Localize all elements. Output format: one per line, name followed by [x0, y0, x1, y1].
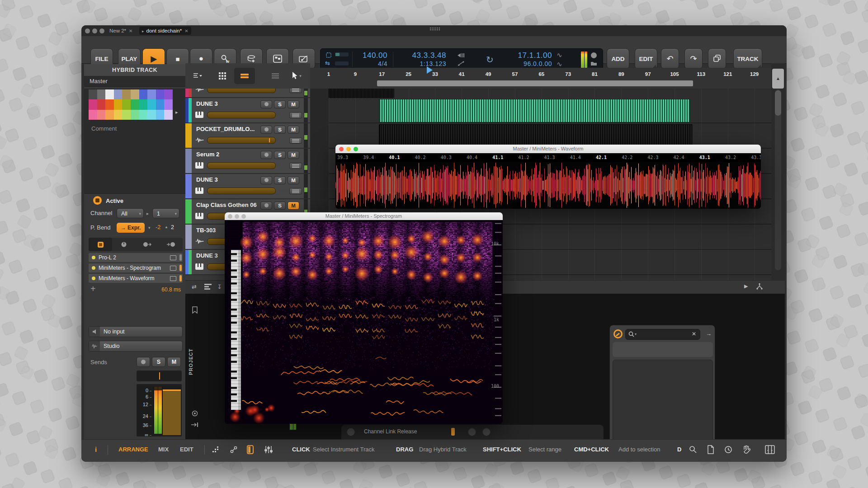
color-swatch[interactable] — [147, 89, 156, 99]
record-arm-button[interactable] — [260, 202, 272, 210]
mute-button[interactable]: M — [167, 357, 181, 367]
device-enabled-icon[interactable] — [92, 266, 95, 270]
track-level-bar[interactable] — [207, 162, 276, 169]
tab-new2[interactable]: New 2*✕ — [107, 27, 135, 35]
color-swatch[interactable] — [122, 99, 131, 109]
duplicate-button[interactable] — [708, 48, 726, 69]
fade-icon[interactable]: ∿ — [557, 60, 562, 68]
browser-forward-icon[interactable]: → — [706, 330, 712, 337]
solo-button[interactable]: S — [274, 176, 286, 184]
color-swatch[interactable] — [122, 89, 131, 99]
track-row[interactable]: Serum 2SM — [185, 149, 310, 174]
solo-button[interactable]: S — [274, 202, 286, 210]
audio-input-select[interactable]: No input — [89, 326, 183, 337]
solo-button[interactable]: S — [274, 126, 286, 134]
tab-knob[interactable] — [112, 238, 136, 251]
color-swatch[interactable] — [156, 110, 165, 120]
loop-icon[interactable]: ↻ — [486, 54, 494, 65]
clear-search-icon[interactable]: ✕ — [692, 331, 696, 337]
track-row[interactable]: DUNE 3SM — [185, 174, 310, 199]
song-position[interactable]: 43.3.3.48 — [393, 51, 446, 60]
track-list-menu-icon[interactable] — [189, 68, 207, 84]
minimeters-waveform-window[interactable]: Master / MiniMeters - Waveform 39.339.44… — [335, 145, 761, 209]
color-swatch[interactable] — [156, 89, 165, 99]
loop-start-display[interactable]: 17.1.1.00 — [500, 51, 552, 60]
punch-in-icon[interactable] — [456, 52, 466, 58]
time-signature[interactable]: 4/4 — [342, 60, 387, 67]
track-level-bar[interactable] — [207, 188, 276, 194]
knob-icon[interactable] — [482, 428, 491, 436]
pitchbend-mode-button[interactable]: → Expr. — [117, 223, 145, 233]
chevron-down-icon[interactable]: ▾ — [148, 225, 151, 230]
stepper-icon[interactable]: ▲ — [165, 225, 168, 229]
undo-button[interactable]: ↶ — [661, 48, 679, 69]
browser-filter-row[interactable] — [613, 342, 713, 357]
search-icon[interactable] — [689, 446, 697, 454]
mode-mix[interactable]: MIX — [158, 440, 169, 460]
record-arm-button[interactable] — [260, 151, 272, 159]
mute-button[interactable]: M — [288, 126, 299, 134]
scale-dots-icon[interactable] — [212, 446, 220, 453]
track-level-bar[interactable] — [207, 89, 276, 93]
info-icon[interactable]: i — [95, 440, 97, 460]
minimeters-spectrogram-window[interactable]: Master / MiniMeters - Spectrogram 10k 1k… — [225, 212, 503, 424]
comment-box[interactable]: Comment — [84, 121, 185, 194]
add-device-button[interactable]: + — [90, 284, 96, 294]
loop-length-display[interactable]: 96.0.0.00 — [500, 60, 552, 67]
monitor-dot-icon[interactable] — [192, 410, 198, 417]
color-swatch[interactable] — [164, 89, 173, 99]
color-swatch[interactable] — [164, 99, 173, 109]
track-row[interactable]: DUNE 3SM — [185, 98, 310, 123]
mute-button[interactable]: M — [288, 176, 299, 184]
timeline-ruler[interactable]: 191725334149576573818997105113121129 — [310, 68, 771, 89]
color-swatch[interactable] — [164, 110, 173, 120]
palette-expand-icon[interactable]: ▸ — [175, 109, 178, 115]
color-swatch[interactable] — [89, 99, 97, 109]
tab-dont-sidechain[interactable]: ▸dont sidechain*✕ — [139, 27, 191, 35]
color-swatch[interactable] — [131, 110, 139, 120]
device-window-icon[interactable] — [170, 276, 176, 281]
knob-icon[interactable] — [347, 428, 355, 436]
pitchbend-max[interactable]: 2 — [171, 224, 174, 230]
automation-follow-icon[interactable] — [457, 61, 465, 66]
solo-button[interactable]: S — [274, 151, 286, 159]
track-row[interactable]: POCKET_DRUMLO...SM — [185, 123, 310, 149]
scroll-up-icon[interactable]: ▲ — [772, 69, 784, 89]
record-arm-button[interactable] — [260, 100, 272, 108]
device-enabled-icon[interactable] — [92, 256, 95, 259]
swap-tracks-icon[interactable]: ⇄ — [192, 283, 197, 290]
track-row[interactable]: SM — [185, 89, 310, 98]
color-swatch[interactable] — [97, 110, 106, 120]
layered-edit-icon[interactable] — [756, 283, 763, 291]
close-icon[interactable]: ✕ — [184, 28, 188, 33]
color-swatch[interactable] — [122, 110, 131, 120]
color-swatch[interactable] — [139, 99, 148, 109]
bookmark-icon[interactable] — [192, 306, 198, 314]
color-swatch[interactable] — [139, 89, 148, 99]
record-arm-button[interactable] — [260, 126, 272, 134]
track-menu-button[interactable] — [289, 137, 302, 144]
active-chip-icon[interactable] — [93, 196, 102, 205]
vertical-scrollbar[interactable]: ▲ — [771, 63, 785, 280]
song-time[interactable]: 1:13.123 — [393, 60, 446, 67]
browser-search-box[interactable]: ▾ ✕ — [625, 329, 700, 340]
tab-devices[interactable] — [89, 238, 112, 251]
record-arm-button[interactable] — [260, 176, 272, 184]
output-arrow-icon[interactable] — [191, 422, 199, 427]
channel-select[interactable]: All▾ — [117, 208, 144, 218]
track-menu-button[interactable] — [289, 188, 302, 194]
color-swatch[interactable] — [139, 110, 148, 120]
browser-smart-icon[interactable] — [613, 329, 623, 338]
follow-play-icon[interactable]: ▶ — [744, 283, 748, 289]
drag-handle-icon[interactable] — [430, 28, 440, 32]
device-chip-icon[interactable] — [451, 428, 455, 436]
link-icon[interactable] — [230, 446, 238, 454]
record-indicator-icon[interactable] — [591, 52, 597, 58]
color-swatch[interactable] — [97, 99, 106, 109]
document-icon[interactable] — [707, 445, 714, 454]
tempo-display[interactable]: 140.00 — [342, 51, 387, 60]
loop-region-bar[interactable] — [377, 80, 693, 86]
channel-link-release-label[interactable]: Channel Link Release — [364, 428, 417, 435]
device-enabled-icon[interactable] — [92, 277, 95, 280]
tab-knob-out[interactable] — [136, 238, 159, 251]
